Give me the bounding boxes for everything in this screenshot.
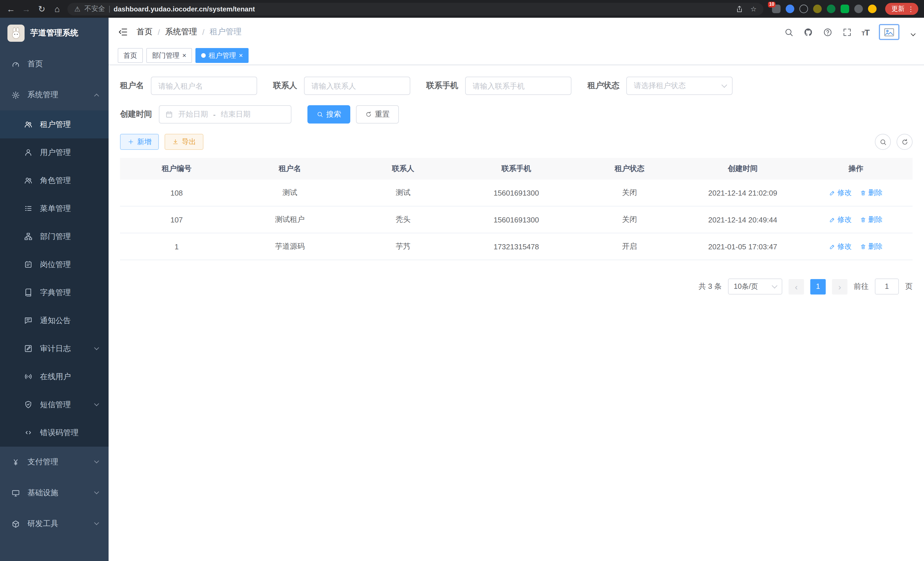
- breadcrumb-item[interactable]: 首页: [136, 27, 153, 37]
- status-select-placeholder: 请选择租户状态: [634, 81, 686, 91]
- close-icon[interactable]: ×: [239, 52, 243, 59]
- trash-icon: [860, 217, 867, 223]
- tab-tenant[interactable]: 租户管理 ×: [195, 48, 249, 63]
- pagination: 共 3 条 10条/页 ‹ 1 › 前往 页: [120, 278, 913, 295]
- fullscreen-icon[interactable]: [842, 27, 852, 37]
- sidebar-item-home[interactable]: 首页: [0, 49, 109, 80]
- date-end-placeholder: 结束日期: [221, 109, 250, 120]
- delete-link[interactable]: 删除: [860, 215, 883, 224]
- cell-tenant-id: 107: [120, 215, 233, 224]
- edit-link[interactable]: 修改: [830, 215, 852, 224]
- sidebar-item-label: 短信管理: [40, 399, 71, 410]
- close-icon[interactable]: ×: [182, 52, 186, 59]
- extension-icon[interactable]: [800, 5, 808, 13]
- error-code-icon: [24, 428, 33, 437]
- sidebar-item-user[interactable]: 用户管理: [0, 138, 109, 166]
- browser-menu-icon[interactable]: ⋮: [908, 5, 914, 13]
- delete-label: 删除: [868, 188, 883, 198]
- share-icon[interactable]: [735, 5, 743, 13]
- edit-link[interactable]: 修改: [830, 242, 852, 251]
- browser-update-button[interactable]: 更新 ⋮: [885, 3, 918, 15]
- delete-link[interactable]: 删除: [860, 242, 883, 251]
- sidebar-item-system[interactable]: 系统管理: [0, 80, 109, 110]
- edit-link[interactable]: 修改: [830, 188, 852, 198]
- add-button[interactable]: 新增: [120, 134, 159, 150]
- extension-icon[interactable]: [827, 5, 836, 13]
- gear-icon: [11, 91, 20, 99]
- sidebar-item-payment[interactable]: 支付管理: [0, 447, 109, 478]
- column-header: 联系手机: [460, 164, 573, 174]
- current-page-button[interactable]: 1: [810, 279, 826, 294]
- sidebar-item-label: 字典管理: [40, 287, 71, 298]
- export-button[interactable]: 导出: [165, 134, 203, 150]
- status-select[interactable]: 请选择租户状态: [626, 77, 733, 95]
- browser-forward-icon[interactable]: →: [21, 5, 32, 13]
- toggle-search-button[interactable]: [875, 134, 891, 150]
- user-menu-chevron-icon[interactable]: [911, 32, 916, 36]
- sidebar-item-post[interactable]: 岗位管理: [0, 250, 109, 278]
- delete-link[interactable]: 删除: [860, 188, 883, 198]
- goto-label: 前往: [854, 281, 868, 292]
- breadcrumb-item[interactable]: 系统管理: [165, 27, 197, 37]
- sidebar-item-sms[interactable]: 短信管理: [0, 391, 109, 419]
- bookmark-star-icon[interactable]: ☆: [750, 5, 757, 13]
- pencil-icon: [830, 217, 836, 223]
- search-button-label: 搜索: [326, 109, 341, 120]
- mobile-input[interactable]: [465, 77, 572, 95]
- sidebar-item-infrastructure[interactable]: 基础设施: [0, 478, 109, 508]
- refresh-table-button[interactable]: [897, 134, 913, 150]
- browser-home-icon[interactable]: ⌂: [52, 5, 62, 13]
- tab-home[interactable]: 首页: [118, 48, 143, 63]
- collapse-sidebar-icon[interactable]: [118, 27, 128, 37]
- search-icon[interactable]: [784, 27, 794, 37]
- address-bar[interactable]: ⚠ 不安全 dashboard.yudao.iocoder.cn/system/…: [68, 3, 764, 15]
- next-page-button[interactable]: ›: [832, 279, 848, 294]
- github-icon[interactable]: [803, 27, 813, 37]
- puzzle-extension-icon[interactable]: [854, 5, 863, 13]
- extension-icon[interactable]: [786, 5, 794, 13]
- tenant-name-input[interactable]: [151, 77, 257, 95]
- prev-page-button[interactable]: ‹: [789, 279, 804, 294]
- sidebar-item-label: 在线用户: [40, 371, 71, 382]
- date-range-picker[interactable]: 开始日期 - 结束日期: [159, 105, 291, 123]
- reset-button[interactable]: 重置: [356, 105, 399, 123]
- chevron-down-icon: [94, 345, 99, 350]
- extension-icon[interactable]: [813, 5, 822, 13]
- cell-mobile: 17321315478: [460, 242, 573, 251]
- browser-chrome: ← → ↻ ⌂ ⚠ 不安全 dashboard.yudao.iocoder.cn…: [0, 0, 924, 18]
- org-tree-icon: [24, 232, 33, 241]
- avatar[interactable]: [879, 24, 899, 40]
- profile-avatar-icon[interactable]: [868, 5, 877, 13]
- app-logo[interactable]: 芋道管理系统: [0, 18, 109, 49]
- sidebar-item-dict[interactable]: 字典管理: [0, 278, 109, 307]
- sidebar-item-online-users[interactable]: 在线用户: [0, 362, 109, 391]
- extension-icon[interactable]: [841, 5, 849, 13]
- browser-reload-icon[interactable]: ↻: [37, 5, 47, 13]
- extension-icon[interactable]: 10: [772, 5, 781, 13]
- sidebar-item-tenant[interactable]: 租户管理: [0, 110, 109, 138]
- sidebar-item-dev-tools[interactable]: 研发工具: [0, 508, 109, 539]
- goto-page-input[interactable]: [875, 278, 899, 295]
- help-question-icon[interactable]: [823, 27, 832, 37]
- tab-dept[interactable]: 部门管理 ×: [146, 48, 192, 63]
- contact-input[interactable]: [304, 77, 410, 95]
- sidebar-item-label: 通知公告: [40, 315, 71, 326]
- sidebar-item-role[interactable]: 角色管理: [0, 166, 109, 194]
- logo-image: [8, 25, 25, 42]
- cell-created: 2021-12-14 21:02:09: [686, 188, 799, 197]
- sidebar-item-notice[interactable]: 通知公告: [0, 307, 109, 335]
- browser-back-icon[interactable]: ←: [6, 5, 16, 13]
- search-button[interactable]: 搜索: [308, 105, 350, 123]
- sidebar-item-menu[interactable]: 菜单管理: [0, 194, 109, 223]
- sidebar-item-audit-log[interactable]: 审计日志: [0, 335, 109, 362]
- divider: [109, 5, 110, 12]
- column-header: 租户编号: [120, 164, 233, 174]
- sidebar-item-error-code[interactable]: 错误码管理: [0, 419, 109, 447]
- column-header: 联系人: [346, 164, 460, 174]
- tab-bar: 首页 部门管理 × 租户管理 ×: [109, 46, 924, 65]
- cell-tenant-name: 测试租户: [233, 214, 346, 225]
- font-size-icon[interactable]: TT: [861, 27, 869, 37]
- tenant-users-icon: [24, 120, 33, 129]
- page-size-select[interactable]: 10条/页: [728, 278, 782, 295]
- sidebar-item-dept[interactable]: 部门管理: [0, 223, 109, 250]
